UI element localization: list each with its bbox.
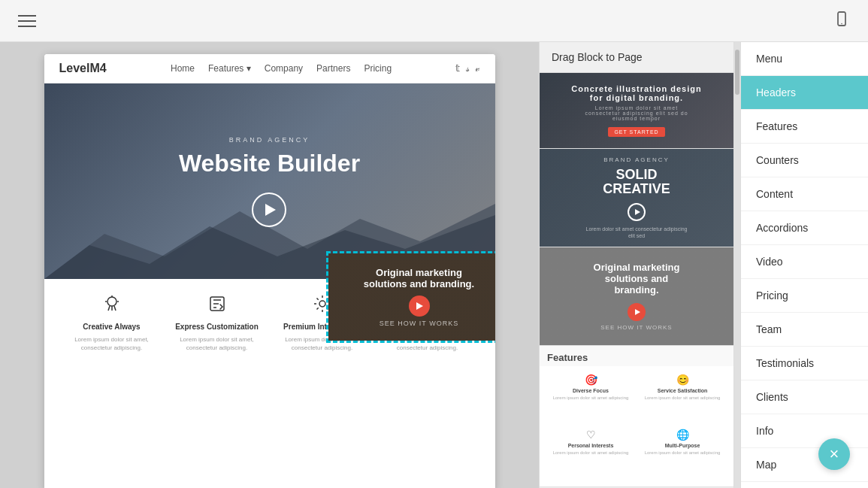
feature-item-express: Express Customization Lorem ipsum dolor …	[165, 294, 270, 352]
marketing-title: Original marketingsolutions and branding…	[591, 262, 682, 296]
thumb-features-grid: 🎯 Diverse Focus Lorem ipsum dolor sit am…	[540, 366, 733, 486]
preview-nav-social: 𝕥 𝓈 𝓋	[455, 62, 479, 74]
personal-label: Personal Interests	[568, 443, 614, 448]
sidebar-item-team[interactable]: Team	[741, 313, 868, 347]
main-area: LevelM4 Home Features Company Partners P…	[0, 42, 868, 488]
sidebar-item-testimonials[interactable]: Testimonials	[741, 347, 868, 380]
block-panel: Drag Block to Page Concrete illustration…	[539, 42, 734, 488]
thumb-feat-personal: ♡ Personal Interests Lorem ipsum dolor s…	[547, 429, 634, 479]
nav-company[interactable]: Company	[265, 63, 303, 74]
features-section-label: Features	[540, 346, 733, 366]
right-sidebar: Menu Headers Features Counters Content A…	[740, 42, 868, 488]
creative-icon	[102, 294, 122, 318]
express-text: Lorem ipsum dolor sit amet, consectetur …	[165, 335, 270, 352]
nav-partners[interactable]: Partners	[316, 63, 350, 74]
thumb-solid-play-btn[interactable]	[628, 203, 646, 221]
block-preview-header-text[interactable]: Concrete illustration designfor digital …	[540, 73, 733, 149]
nav-pricing[interactable]: Pricing	[364, 63, 392, 74]
block-preview-features-grid[interactable]: 🎯 Diverse Focus Lorem ipsum dolor sit am…	[540, 366, 733, 487]
preview-logo: LevelM4	[59, 62, 107, 75]
dragged-block-overlay: Original marketingsolutions and branding…	[326, 251, 495, 343]
design-text: Lorem ipsum dolor sit amet adipiscing	[553, 396, 629, 402]
express-label: Express Customization	[175, 323, 259, 331]
preview-hero: BRAND AGENCY Website Builder	[44, 83, 495, 279]
svg-point-4	[107, 297, 116, 306]
social-s[interactable]: 𝓈	[466, 62, 469, 74]
express-icon	[207, 294, 227, 318]
preview-navbar: LevelM4 Home Features Company Partners P…	[44, 54, 495, 83]
personal-text: Lorem ipsum dolor sit amet adipiscing	[553, 450, 629, 456]
thumb-feat-design: 🎯 Diverse Focus Lorem ipsum dolor sit am…	[547, 374, 634, 424]
dragged-block-link: SEE HOW IT WORKS	[380, 320, 458, 327]
thumb-marketing: Original marketingsolutions and branding…	[540, 247, 733, 345]
hamburger-icon[interactable]	[18, 15, 36, 27]
scroll-indicator	[734, 42, 740, 488]
thumb-feat-service: 😊 Service Satisfaction Lorem ipsum dolor…	[639, 374, 726, 424]
tech-label: Multi-Purpose	[665, 443, 700, 448]
personal-icon: ♡	[586, 429, 596, 441]
sidebar-item-counters[interactable]: Counters	[741, 144, 868, 177]
hero-play-button[interactable]	[252, 192, 286, 227]
service-label: Service Satisfaction	[658, 388, 708, 393]
solid-creative-title: SOLIDCREATIVE	[603, 168, 670, 198]
block-preview-marketing[interactable]: Original marketingsolutions and branding…	[540, 247, 733, 346]
creative-label: Creative Always	[83, 323, 140, 331]
social-twitter[interactable]: 𝕥	[455, 62, 460, 74]
tech-text: Lorem ipsum dolor sit amet adipiscing	[645, 450, 721, 456]
preview-nav-links: Home Features Company Partners Pricing	[171, 63, 392, 74]
sidebar-item-accordions[interactable]: Accordions	[741, 211, 868, 245]
block-preview-solid-creative[interactable]: BRAND AGENCY SOLIDCREATIVE Lorem dolor s…	[540, 149, 733, 247]
svg-point-6	[319, 301, 325, 307]
svg-point-1	[841, 23, 842, 24]
website-preview: LevelM4 Home Features Company Partners P…	[44, 54, 495, 488]
dragged-play-button[interactable]	[409, 296, 430, 317]
hero-brand: BRAND AGENCY	[179, 136, 360, 144]
hero-title: Website Builder	[179, 150, 360, 177]
tech-icon: 🌐	[676, 429, 689, 441]
preview-area: LevelM4 Home Features Company Partners P…	[0, 42, 539, 488]
dragged-block-title: Original marketingsolutions and branding…	[364, 267, 474, 289]
top-bar	[0, 0, 868, 42]
marketing-link: SEE HOW IT WORKS	[600, 324, 672, 331]
sidebar-item-headers[interactable]: Headers	[741, 76, 868, 110]
nav-features[interactable]: Features	[208, 63, 251, 74]
social-v[interactable]: 𝓋	[475, 62, 479, 74]
feature-item-creative: Creative Always Lorem ipsum dolor sit am…	[59, 294, 165, 352]
sidebar-item-content[interactable]: Content	[741, 177, 868, 211]
design-label: Diverse Focus	[573, 388, 609, 393]
thumb-header-text: Concrete illustration designfor digital …	[540, 73, 733, 148]
service-text: Lorem ipsum dolor sit amet adipiscing	[645, 396, 721, 402]
service-icon: 😊	[676, 374, 689, 386]
hero-content: BRAND AGENCY Website Builder	[179, 136, 360, 227]
scroll-thumb[interactable]	[735, 50, 739, 95]
creative-text: Lorem ipsum dolor sit amet, consectetur …	[59, 335, 165, 352]
close-fab-button[interactable]: ×	[818, 438, 850, 470]
sidebar-item-clients[interactable]: Clients	[741, 380, 868, 414]
nav-home[interactable]: Home	[171, 63, 195, 74]
drag-block-header: Drag Block to Page	[540, 42, 733, 73]
thumb-solid-creative: BRAND AGENCY SOLIDCREATIVE Lorem dolor s…	[540, 149, 733, 247]
sidebar-item-video[interactable]: Video	[741, 245, 868, 279]
thumb-marketing-play-btn[interactable]	[628, 303, 646, 321]
thumb-feat-tech: 🌐 Multi-Purpose Lorem ipsum dolor sit am…	[639, 429, 726, 479]
solid-creative-subtext: Lorem dolor sit amet consectetur adipisc…	[584, 226, 689, 239]
sidebar-item-info[interactable]: Info	[741, 414, 868, 448]
sidebar-item-pricing[interactable]: Pricing	[741, 279, 868, 313]
design-icon: 🎯	[585, 374, 597, 386]
sidebar-item-menu[interactable]: Menu	[741, 42, 868, 76]
device-icon[interactable]	[833, 11, 850, 32]
sidebar-item-features[interactable]: Features	[741, 110, 868, 144]
